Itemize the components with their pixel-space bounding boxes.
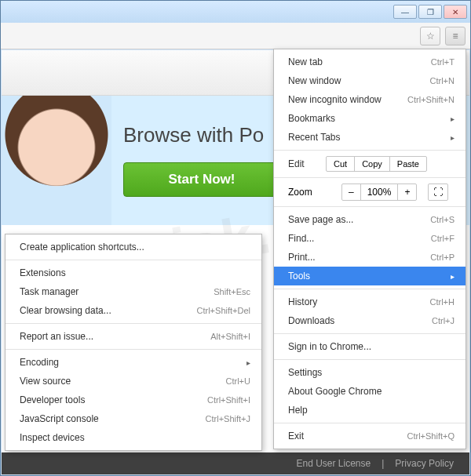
label: About Google Chrome: [288, 386, 382, 397]
shortcut: Ctrl+Shift+N: [407, 95, 455, 104]
menu-find[interactable]: Find...Ctrl+F: [274, 229, 466, 248]
minimize-button[interactable]: —: [393, 5, 417, 19]
menu-downloads[interactable]: DownloadsCtrl+J: [274, 311, 466, 330]
shortcut: Ctrl+Shift+Q: [407, 431, 455, 441]
label: Save page as...: [288, 214, 353, 225]
chevron-right-icon: ▸: [451, 133, 455, 142]
menu-developer-tools[interactable]: Developer toolsCtrl+Shift+I: [5, 391, 261, 409]
label: Tools: [288, 271, 310, 282]
label: JavaScript console: [20, 413, 99, 424]
menu-incognito[interactable]: New incognito windowCtrl+Shift+N: [274, 90, 466, 109]
menu-recent-tabs[interactable]: Recent Tabs▸: [274, 128, 466, 147]
menu-javascript-console[interactable]: JavaScript consoleCtrl+Shift+J: [5, 409, 261, 428]
label: New window: [288, 75, 341, 86]
label: Report an issue...: [20, 331, 93, 342]
label: New tab: [288, 56, 323, 67]
label: Bookmarks: [288, 113, 335, 124]
main-menu-button[interactable]: ≡: [445, 27, 466, 45]
shortcut: Ctrl+H: [430, 297, 455, 307]
menu-separator: [274, 206, 466, 207]
label: Encoding: [20, 357, 59, 368]
label: Zoom: [288, 187, 335, 198]
paste-button[interactable]: Paste: [389, 157, 426, 171]
label: Print...: [288, 252, 316, 263]
menu-sign-in[interactable]: Sign in to Chrome...: [274, 337, 466, 356]
menu-new-tab[interactable]: New tabCtrl+T: [274, 53, 466, 71]
menu-separator: [274, 333, 466, 334]
label: New incognito window: [288, 94, 382, 105]
label: Extensions: [20, 267, 66, 278]
start-now-button[interactable]: Start Now!: [123, 162, 280, 197]
page-footer: End User License | Privacy Policy: [2, 452, 469, 474]
label: Edit: [288, 158, 319, 169]
label: Recent Tabs: [288, 132, 341, 143]
maximize-button[interactable]: ❐: [418, 5, 442, 19]
menu-separator: [5, 349, 261, 350]
zoom-in-button[interactable]: +: [397, 184, 416, 200]
menu-history[interactable]: HistoryCtrl+H: [274, 293, 466, 311]
menu-separator: [274, 423, 466, 423]
menu-report-issue[interactable]: Report an issue...Alt+Shift+I: [5, 327, 261, 346]
label: Task manager: [20, 286, 78, 297]
label: Downloads: [288, 315, 334, 326]
chrome-main-menu: New tabCtrl+T New windowCtrl+N New incog…: [273, 49, 466, 449]
label: Find...: [288, 233, 314, 244]
label: Developer tools: [20, 394, 85, 405]
label: Settings: [288, 367, 322, 378]
menu-create-shortcuts[interactable]: Create application shortcuts...: [5, 238, 261, 256]
label: Create application shortcuts...: [20, 242, 144, 253]
zoom-value: 100%: [360, 184, 398, 200]
menu-clear-browsing-data[interactable]: Clear browsing data...Ctrl+Shift+Del: [5, 301, 261, 320]
menu-separator: [274, 289, 466, 289]
hero-headline: Browse with Po: [123, 123, 264, 147]
close-button[interactable]: ✕: [444, 5, 467, 19]
menu-view-source[interactable]: View sourceCtrl+U: [5, 372, 261, 391]
cut-button[interactable]: Cut: [327, 157, 354, 171]
label: Help: [288, 405, 308, 416]
shortcut: Ctrl+T: [431, 57, 455, 67]
menu-help[interactable]: Help: [274, 401, 466, 420]
footer-privacy[interactable]: Privacy Policy: [395, 458, 454, 469]
menu-task-manager[interactable]: Task managerShift+Esc: [5, 282, 261, 301]
hero-image: [2, 96, 111, 225]
shortcut: Ctrl+U: [226, 376, 250, 386]
shortcut: Ctrl+Shift+I: [207, 395, 250, 405]
copy-button[interactable]: Copy: [354, 157, 389, 171]
menu-extensions[interactable]: Extensions: [5, 263, 261, 282]
menu-edit-row: Edit Cut Copy Paste: [274, 154, 466, 174]
shortcut: Ctrl+Shift+Del: [197, 306, 250, 315]
chevron-right-icon: ▸: [451, 114, 455, 123]
menu-bookmarks[interactable]: Bookmarks▸: [274, 109, 466, 128]
menu-encoding[interactable]: Encoding▸: [5, 353, 261, 372]
shortcut: Ctrl+N: [430, 76, 455, 85]
footer-license[interactable]: End User License: [296, 458, 371, 469]
fullscreen-button[interactable]: ⛶: [428, 183, 448, 201]
menu-print[interactable]: Print...Ctrl+P: [274, 248, 466, 267]
menu-separator: [274, 150, 466, 151]
footer-sep: |: [382, 458, 384, 469]
shortcut: Ctrl+F: [431, 234, 455, 243]
label: View source: [20, 376, 71, 387]
menu-about[interactable]: About Google Chrome: [274, 382, 466, 401]
menu-separator: [5, 260, 261, 260]
label: Sign in to Chrome...: [288, 341, 371, 352]
menu-settings[interactable]: Settings: [274, 363, 466, 382]
shortcut: Ctrl+Shift+J: [206, 414, 250, 423]
menu-exit[interactable]: ExitCtrl+Shift+Q: [274, 427, 466, 445]
bookmark-star-icon[interactable]: ☆: [420, 27, 440, 45]
menu-inspect-devices[interactable]: Inspect devices: [5, 428, 261, 447]
chevron-right-icon: ▸: [451, 272, 455, 281]
edit-button-group: Cut Copy Paste: [326, 156, 427, 172]
menu-save-page[interactable]: Save page as...Ctrl+S: [274, 210, 466, 229]
shortcut: Shift+Esc: [214, 287, 250, 296]
shortcut: Ctrl+P: [430, 253, 455, 262]
label: Inspect devices: [20, 432, 85, 443]
shortcut: Alt+Shift+I: [210, 332, 250, 341]
menu-separator: [274, 359, 466, 360]
browser-toolbar: ☆ ≡: [1, 23, 470, 49]
label: Exit: [288, 431, 304, 441]
zoom-out-button[interactable]: –: [342, 184, 360, 200]
menu-tools[interactable]: Tools▸: [274, 267, 466, 285]
menu-new-window[interactable]: New windowCtrl+N: [274, 71, 466, 90]
titlebar: — ❐ ✕: [1, 1, 470, 23]
